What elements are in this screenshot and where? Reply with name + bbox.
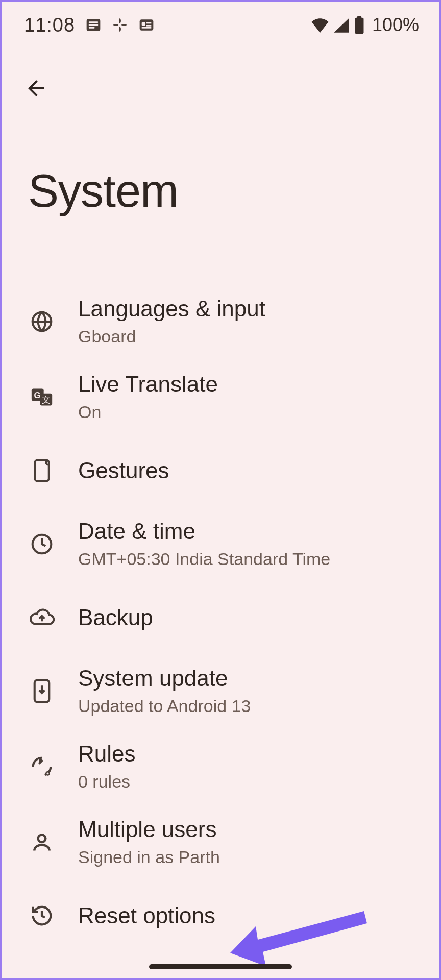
setting-multiple-users[interactable]: Multiple users Signed in as Parth [2,804,439,880]
history-icon [29,903,55,928]
status-clock: 11:08 [24,14,75,36]
back-button[interactable] [21,73,52,104]
settings-list: Languages & input Gboard G文 Live Transla… [2,284,439,951]
setting-title: Backup [78,605,153,631]
svg-rect-6 [146,22,151,24]
news-notification-icon [138,17,155,33]
setting-reset-options[interactable]: Reset options [2,880,439,951]
svg-rect-5 [142,22,145,26]
person-icon [29,829,55,855]
setting-text: Backup [78,605,153,631]
cellular-signal-icon [333,17,350,33]
svg-text:G: G [34,390,40,400]
battery-percentage: 100% [372,14,419,36]
setting-languages-input[interactable]: Languages & input Gboard [2,284,439,359]
setting-text: System update Updated to Android 13 [78,666,251,716]
setting-subtitle: Updated to Android 13 [78,696,251,717]
setting-text: Reset options [78,903,215,929]
svg-point-17 [45,462,47,464]
status-bar: 11:08 100% [2,2,439,42]
setting-text: Gestures [78,458,169,484]
svg-rect-8 [142,27,152,29]
gestures-icon [29,458,55,483]
svg-point-21 [47,773,49,775]
setting-title: System update [78,666,251,692]
arrow-back-icon [24,76,48,101]
setting-system-update[interactable]: System update Updated to Android 13 [2,653,439,729]
setting-title: Live Translate [78,372,218,398]
setting-text: Multiple users Signed in as Parth [78,817,220,867]
svg-rect-7 [146,25,151,27]
svg-rect-10 [355,18,363,34]
status-bar-right: 100% [311,14,419,36]
setting-title: Date & time [78,519,330,545]
wifi-icon [311,17,329,33]
setting-title: Reset options [78,903,215,929]
clock-icon [29,531,55,557]
setting-text: Date & time GMT+05:30 India Standard Tim… [78,519,330,569]
svg-point-22 [38,835,46,842]
setting-title: Languages & input [78,296,265,322]
cloud-upload-icon [29,605,55,630]
setting-live-translate[interactable]: G文 Live Translate On [2,359,439,435]
setting-text: Languages & input Gboard [78,296,265,347]
setting-gestures[interactable]: Gestures [2,435,439,506]
setting-subtitle: 0 rules [78,771,136,792]
svg-text:文: 文 [42,395,51,404]
setting-subtitle: Signed in as Parth [78,847,220,868]
message-notification-icon [85,17,102,33]
translate-icon: G文 [29,384,55,410]
setting-title: Multiple users [78,817,220,843]
setting-text: Live Translate On [78,372,218,422]
setting-text: Rules 0 rules [78,741,136,792]
setting-title: Gestures [78,458,169,484]
setting-subtitle: On [78,402,218,423]
navigation-pill[interactable] [149,964,292,969]
setting-subtitle: GMT+05:30 India Standard Time [78,549,330,570]
photos-notification-icon [112,17,128,33]
rules-icon [29,754,55,779]
status-bar-left: 11:08 [24,14,155,36]
svg-rect-1 [89,21,99,23]
globe-icon [29,309,55,334]
setting-date-time[interactable]: Date & time GMT+05:30 India Standard Tim… [2,506,439,582]
setting-rules[interactable]: Rules 0 rules [2,729,439,804]
setting-subtitle: Gboard [78,326,265,347]
setting-title: Rules [78,741,136,767]
setting-backup[interactable]: Backup [2,582,439,653]
page-title: System [28,165,439,217]
svg-rect-3 [89,27,95,29]
battery-icon [354,16,365,34]
svg-rect-2 [89,24,99,26]
system-update-icon [29,678,55,704]
